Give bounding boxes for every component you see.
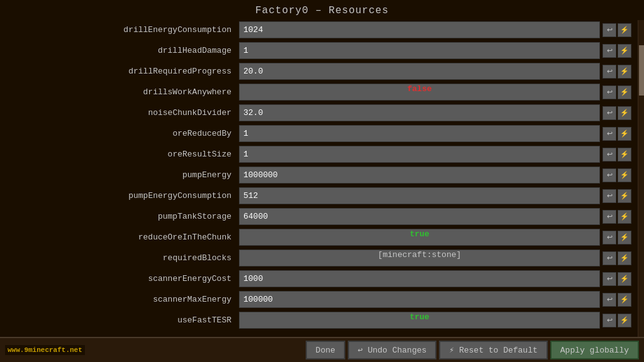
row-actions: ↩⚡ [602, 23, 631, 37]
config-label: pumpEnergy [6, 170, 239, 180]
undo-row-button[interactable]: ↩ [602, 23, 616, 37]
undo-row-button[interactable]: ↩ [602, 106, 616, 120]
table-row: drillRequiredProgress↩⚡ [6, 62, 631, 81]
config-label: drillsWorkAnywhere [6, 87, 239, 97]
undo-row-button[interactable]: ↩ [602, 314, 616, 327]
reset-button[interactable]: ⚡ Reset to Default [439, 341, 547, 359]
reset-row-button[interactable]: ⚡ [618, 293, 631, 307]
config-value-reduceoreinthechunk[interactable]: true [239, 229, 600, 246]
undo-row-button[interactable]: ↩ [602, 272, 616, 286]
config-label: oreReducedBy [6, 129, 239, 138]
config-label: noiseChunkDivider [6, 108, 239, 118]
undo-row-button[interactable]: ↩ [602, 231, 616, 244]
config-value-usefasttesr[interactable]: true [239, 312, 600, 329]
config-label: reduceOreInTheChunk [6, 233, 239, 242]
table-row: pumpTankStorage↩⚡ [6, 207, 631, 226]
scrollbar-thumb [639, 45, 644, 96]
undo-row-button[interactable]: ↩ [602, 293, 616, 307]
config-label: drillEnergyConsumption [6, 25, 239, 35]
footer: www.9minecraft.net Done ↩ Undo Changes ⚡… [0, 337, 644, 362]
row-actions: ↩⚡ [602, 251, 631, 265]
row-actions: ↩⚡ [602, 127, 631, 141]
reset-row-button[interactable]: ⚡ [618, 231, 631, 244]
row-actions: ↩⚡ [602, 189, 631, 203]
main-container: Factory0 – Resources drillEnergyConsumpt… [0, 0, 644, 362]
row-actions: ↩⚡ [602, 231, 631, 244]
table-row: noiseChunkDivider↩⚡ [6, 103, 631, 123]
reset-row-button[interactable]: ⚡ [618, 44, 631, 58]
config-label: requiredBlocks [6, 253, 239, 263]
undo-row-button[interactable]: ↩ [602, 168, 616, 182]
row-actions: ↩⚡ [602, 65, 631, 79]
undo-row-button[interactable]: ↩ [602, 44, 616, 58]
page-title: Factory0 – Resources [0, 0, 644, 20]
undo-row-button[interactable]: ↩ [602, 65, 616, 79]
reset-row-button[interactable]: ⚡ [618, 85, 631, 99]
row-actions: ↩⚡ [602, 148, 631, 162]
row-actions: ↩⚡ [602, 314, 631, 327]
scrollbar-track[interactable] [638, 20, 644, 337]
apply-globally-button[interactable]: Apply globally [550, 341, 639, 359]
reset-row-button[interactable]: ⚡ [618, 314, 631, 327]
undo-row-button[interactable]: ↩ [602, 127, 616, 141]
undo-row-button[interactable]: ↩ [602, 148, 616, 162]
done-button[interactable]: Done [306, 341, 345, 359]
config-input-scannermaxenergy[interactable] [239, 291, 600, 308]
reset-row-button[interactable]: ⚡ [618, 210, 631, 224]
table-row: useFastTESRtrue↩⚡ [6, 310, 631, 330]
config-input-noisechunkdivider[interactable] [239, 104, 600, 121]
table-row: drillsWorkAnywherefalse↩⚡ [6, 82, 631, 102]
undo-row-button[interactable]: ↩ [602, 189, 616, 203]
reset-row-button[interactable]: ⚡ [618, 168, 631, 182]
table-row: requiredBlocks[minecraft:stone]↩⚡ [6, 248, 631, 268]
config-label: drillRequiredProgress [6, 67, 239, 76]
reset-row-button[interactable]: ⚡ [618, 127, 631, 141]
config-label: scannerEnergyCost [6, 274, 239, 283]
table-row: drillHeadDamage↩⚡ [6, 41, 631, 60]
row-actions: ↩⚡ [602, 168, 631, 182]
config-label: scannerMaxEnergy [6, 295, 239, 304]
config-input-oreresultsize[interactable] [239, 146, 600, 163]
undo-button[interactable]: ↩ Undo Changes [348, 341, 436, 359]
table-row: pumpEnergyConsumption↩⚡ [6, 186, 631, 206]
row-actions: ↩⚡ [602, 85, 631, 99]
reset-row-button[interactable]: ⚡ [618, 65, 631, 79]
reset-row-button[interactable]: ⚡ [618, 272, 631, 286]
reset-row-button[interactable]: ⚡ [618, 189, 631, 203]
config-input-drillenergyconsumption[interactable] [239, 21, 600, 38]
config-value-requiredblocks[interactable]: [minecraft:stone] [239, 250, 600, 266]
config-label: pumpTankStorage [6, 212, 239, 221]
undo-row-button[interactable]: ↩ [602, 251, 616, 265]
table-row: scannerMaxEnergy↩⚡ [6, 290, 631, 309]
undo-row-button[interactable]: ↩ [602, 85, 616, 99]
row-actions: ↩⚡ [602, 106, 631, 120]
config-input-orereducedby[interactable] [239, 125, 600, 142]
row-actions: ↩⚡ [602, 44, 631, 58]
config-input-scannerenergycost[interactable] [239, 270, 600, 287]
config-input-drillheaddamage[interactable] [239, 42, 600, 59]
table-row: drillEnergyConsumption↩⚡ [6, 20, 631, 40]
reset-row-button[interactable]: ⚡ [618, 148, 631, 162]
reset-row-button[interactable]: ⚡ [618, 23, 631, 37]
table-row: oreResultSize↩⚡ [6, 145, 631, 164]
config-input-pumpenergy[interactable] [239, 167, 600, 184]
config-label: pumpEnergyConsumption [6, 191, 239, 200]
config-label: oreResultSize [6, 150, 239, 159]
watermark: www.9minecraft.net [5, 345, 85, 355]
config-value-drillsworkanywhere[interactable]: false [239, 84, 600, 101]
table-row: oreReducedBy↩⚡ [6, 124, 631, 143]
config-input-pumpenergyconsumption[interactable] [239, 187, 600, 204]
rows-wrapper: drillEnergyConsumption↩⚡drillHeadDamage↩… [6, 20, 638, 337]
table-row: reduceOreInTheChunktrue↩⚡ [6, 228, 631, 247]
table-row: scannerEnergyCost↩⚡ [6, 269, 631, 288]
content-area: drillEnergyConsumption↩⚡drillHeadDamage↩… [0, 20, 644, 337]
row-actions: ↩⚡ [602, 210, 631, 224]
config-label: useFastTESR [6, 315, 239, 325]
config-input-drillrequiredprogress[interactable] [239, 63, 600, 80]
config-input-pumptankstorage[interactable] [239, 208, 600, 225]
table-row: pumpEnergy↩⚡ [6, 165, 631, 185]
undo-row-button[interactable]: ↩ [602, 210, 616, 224]
config-label: drillHeadDamage [6, 46, 239, 55]
reset-row-button[interactable]: ⚡ [618, 106, 631, 120]
reset-row-button[interactable]: ⚡ [618, 251, 631, 265]
